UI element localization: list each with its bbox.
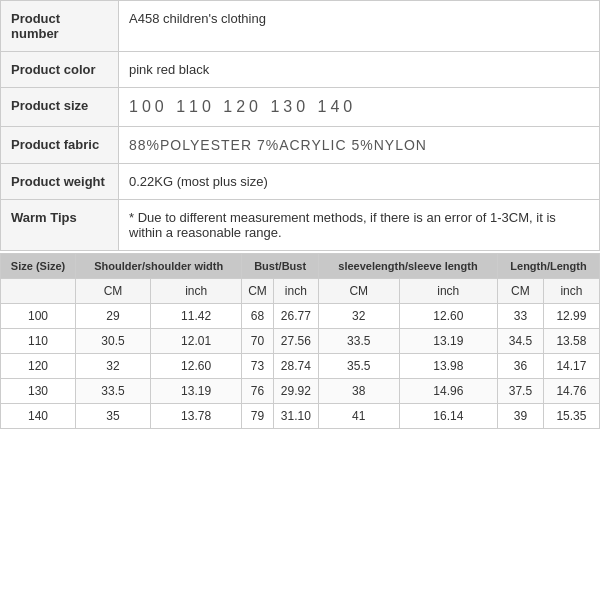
group-header: Shoulder/shoulder width	[76, 254, 242, 279]
sub-header	[1, 279, 76, 304]
size-chart-table: Size (Size)Shoulder/shoulder widthBust/B…	[0, 253, 600, 429]
info-label: Product number	[1, 1, 119, 52]
table-cell: 14.96	[399, 379, 497, 404]
table-cell: 39	[497, 404, 543, 429]
table-cell: 12.99	[543, 304, 599, 329]
table-cell: 11.42	[150, 304, 241, 329]
info-label: Product color	[1, 52, 119, 88]
table-cell: 14.76	[543, 379, 599, 404]
table-row: 13033.513.197629.923814.9637.514.76	[1, 379, 600, 404]
info-label: Warm Tips	[1, 200, 119, 251]
sub-header: CM	[318, 279, 399, 304]
table-cell: 100	[1, 304, 76, 329]
table-cell: 13.58	[543, 329, 599, 354]
table-cell: 13.19	[150, 379, 241, 404]
table-cell: 130	[1, 379, 76, 404]
table-cell: 30.5	[76, 329, 151, 354]
table-cell: 41	[318, 404, 399, 429]
sub-header: inch	[399, 279, 497, 304]
table-cell: 38	[318, 379, 399, 404]
table-cell: 73	[242, 354, 273, 379]
table-cell: 12.01	[150, 329, 241, 354]
info-label: Product fabric	[1, 127, 119, 164]
sub-header: CM	[497, 279, 543, 304]
table-cell: 13.98	[399, 354, 497, 379]
table-row: 1002911.426826.773212.603312.99	[1, 304, 600, 329]
table-cell: 28.74	[273, 354, 318, 379]
table-cell: 15.35	[543, 404, 599, 429]
info-value: A458 children's clothing	[119, 1, 600, 52]
table-cell: 70	[242, 329, 273, 354]
product-info-table: Product numberA458 children's clothingPr…	[0, 0, 600, 251]
table-cell: 12.60	[150, 354, 241, 379]
info-value: 88%POLYESTER 7%ACRYLIC 5%NYLON	[119, 127, 600, 164]
sub-header: inch	[543, 279, 599, 304]
table-cell: 27.56	[273, 329, 318, 354]
info-label: Product weight	[1, 164, 119, 200]
table-cell: 33.5	[76, 379, 151, 404]
group-header: Size (Size)	[1, 254, 76, 279]
table-cell: 32	[76, 354, 151, 379]
sub-header: CM	[242, 279, 273, 304]
table-cell: 36	[497, 354, 543, 379]
table-cell: 79	[242, 404, 273, 429]
sub-header: inch	[273, 279, 318, 304]
info-value: 0.22KG (most plus size)	[119, 164, 600, 200]
table-cell: 34.5	[497, 329, 543, 354]
table-row: 1203212.607328.7435.513.983614.17	[1, 354, 600, 379]
table-cell: 33	[497, 304, 543, 329]
table-cell: 12.60	[399, 304, 497, 329]
table-cell: 13.19	[399, 329, 497, 354]
table-cell: 29	[76, 304, 151, 329]
table-cell: 35.5	[318, 354, 399, 379]
table-cell: 13.78	[150, 404, 241, 429]
table-cell: 35	[76, 404, 151, 429]
info-value: pink red black	[119, 52, 600, 88]
table-cell: 29.92	[273, 379, 318, 404]
table-cell: 120	[1, 354, 76, 379]
table-cell: 33.5	[318, 329, 399, 354]
group-header: Bust/Bust	[242, 254, 319, 279]
group-header: sleevelength/sleeve length	[318, 254, 497, 279]
table-cell: 68	[242, 304, 273, 329]
info-value: 100 110 120 130 140	[119, 88, 600, 127]
table-row: 11030.512.017027.5633.513.1934.513.58	[1, 329, 600, 354]
sub-header: CM	[76, 279, 151, 304]
table-cell: 110	[1, 329, 76, 354]
table-cell: 16.14	[399, 404, 497, 429]
info-label: Product size	[1, 88, 119, 127]
table-cell: 32	[318, 304, 399, 329]
group-header: Length/Length	[497, 254, 599, 279]
table-cell: 31.10	[273, 404, 318, 429]
table-cell: 14.17	[543, 354, 599, 379]
table-row: 1403513.787931.104116.143915.35	[1, 404, 600, 429]
table-cell: 26.77	[273, 304, 318, 329]
table-cell: 140	[1, 404, 76, 429]
table-cell: 37.5	[497, 379, 543, 404]
table-cell: 76	[242, 379, 273, 404]
info-value: * Due to different measurement methods, …	[119, 200, 600, 251]
sub-header: inch	[150, 279, 241, 304]
